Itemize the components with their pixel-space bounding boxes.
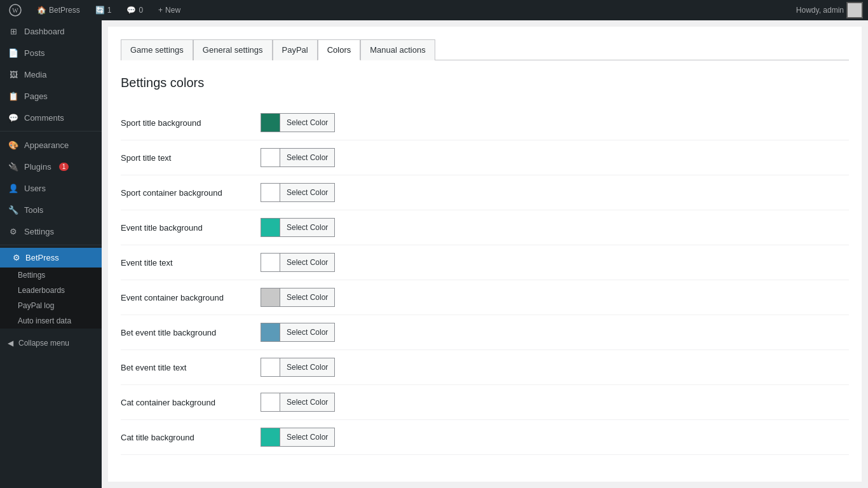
color-picker-sport-title-bg: Select Color	[261, 113, 335, 132]
select-color-btn-sport-title-text[interactable]: Select Color	[280, 148, 335, 167]
color-picker-event-title-text: Select Color	[261, 253, 335, 272]
color-label-event-title-bg: Event title background	[121, 223, 261, 233]
comments-item[interactable]: 💬 0	[123, 0, 147, 20]
color-row: Bet event title background Select Color	[121, 315, 849, 350]
updates-item[interactable]: 🔄 1	[92, 0, 116, 20]
color-swatch-cat-container-bg[interactable]	[261, 393, 280, 412]
color-swatch-sport-title-text[interactable]	[261, 148, 280, 167]
sidebar-item-comments[interactable]: 💬 Comments	[0, 107, 102, 128]
color-picker-sport-title-text: Select Color	[261, 148, 335, 167]
sidebar-sub-paypal-log[interactable]: PayPal log	[0, 298, 102, 313]
sidebar-item-label: Tools	[24, 205, 43, 215]
tabs-container: Game settings General settings PayPal Co…	[121, 39, 849, 60]
sidebar-item-pages[interactable]: 📋 Pages	[0, 85, 102, 107]
color-swatch-sport-title-bg[interactable]	[261, 113, 280, 132]
collapse-menu-item[interactable]: ◀ Collapse menu	[0, 334, 102, 353]
color-label-bet-event-title-bg: Bet event title background	[121, 328, 261, 337]
color-picker-bet-event-title-bg: Select Color	[261, 323, 335, 342]
sidebar-sub-auto-insert[interactable]: Auto insert data	[0, 313, 102, 329]
sidebar-item-label: Posts	[24, 48, 45, 58]
tab-manual-actions[interactable]: Manual actions	[360, 39, 435, 60]
color-label-sport-title-text: Sport title text	[121, 153, 261, 163]
select-color-btn-sport-container-bg[interactable]: Select Color	[280, 183, 335, 202]
color-swatch-cat-title-bg[interactable]	[261, 428, 280, 447]
sidebar-item-tools[interactable]: 🔧 Tools	[0, 199, 102, 220]
tab-colors[interactable]: Colors	[318, 39, 361, 60]
sidebar-item-media[interactable]: 🖼 Media	[0, 64, 102, 85]
color-row: Sport title text Select Color	[121, 140, 849, 175]
color-row: Sport container background Select Color	[121, 175, 849, 210]
sidebar-item-settings[interactable]: ⚙ Settings	[0, 220, 102, 242]
site-name: BetPress	[49, 6, 80, 15]
color-label-cat-container-bg: Cat container background	[121, 398, 261, 407]
sidebar-item-label: Users	[24, 184, 46, 193]
color-picker-sport-container-bg: Select Color	[261, 183, 335, 202]
wp-logo-item[interactable]: W	[5, 0, 25, 20]
betpress-submenu: Bettings Leaderboards PayPal log Auto in…	[0, 268, 102, 329]
sidebar-sub-leaderboards[interactable]: Leaderboards	[0, 283, 102, 298]
color-row: Cat container background Select Color	[121, 385, 849, 420]
page-title: Bettings colors	[121, 76, 849, 90]
tab-general-settings[interactable]: General settings	[193, 39, 273, 60]
color-picker-cat-title-bg: Select Color	[261, 428, 335, 447]
color-label-cat-title-bg: Cat title background	[121, 433, 261, 442]
new-item[interactable]: + New	[154, 0, 184, 20]
content-inner: Game settings General settings PayPal Co…	[108, 27, 862, 482]
color-picker-bet-event-title-text: Select Color	[261, 358, 335, 377]
sidebar-item-users[interactable]: 👤 Users	[0, 177, 102, 199]
color-row: Event title text Select Color	[121, 245, 849, 280]
sidebar-item-plugins[interactable]: 🔌 Plugins 1	[0, 156, 102, 177]
layout: ⊞ Dashboard 📄 Posts 🖼 Media 📋 Pages 💬 Co…	[0, 20, 868, 488]
media-icon: 🖼	[8, 69, 19, 80]
sidebar-item-label: Dashboard	[24, 27, 65, 36]
main-content: Game settings General settings PayPal Co…	[102, 20, 868, 488]
color-picker-event-title-bg: Select Color	[261, 218, 335, 237]
sidebar-sub-bettings[interactable]: Bettings	[0, 268, 102, 283]
color-swatch-event-title-bg[interactable]	[261, 218, 280, 237]
color-swatch-event-container-bg[interactable]	[261, 288, 280, 307]
select-color-btn-event-container-bg[interactable]: Select Color	[280, 288, 335, 307]
comments-sidebar-icon: 💬	[8, 112, 19, 123]
svg-text:W: W	[12, 7, 18, 14]
color-row: Event container background Select Color	[121, 280, 849, 315]
color-swatch-bet-event-title-bg[interactable]	[261, 323, 280, 342]
comments-count: 0	[139, 6, 143, 15]
sidebar-item-label: Media	[24, 70, 46, 79]
select-color-btn-cat-title-bg[interactable]: Select Color	[280, 428, 335, 447]
avatar[interactable]	[846, 2, 863, 18]
collapse-label: Collapse menu	[18, 339, 69, 348]
updates-icon: 🔄	[95, 6, 105, 15]
color-picker-cat-container-bg: Select Color	[261, 393, 335, 412]
betpress-menu-item[interactable]: ⚙ BetPress	[0, 248, 102, 268]
sidebar-item-posts[interactable]: 📄 Posts	[0, 42, 102, 64]
betpress-label-text: BetPress	[25, 253, 59, 262]
sidebar-menu: ⊞ Dashboard 📄 Posts 🖼 Media 📋 Pages 💬 Co…	[0, 20, 102, 128]
sidebar-item-label: Appearance	[24, 140, 69, 150]
tab-paypal[interactable]: PayPal	[273, 39, 318, 60]
posts-icon: 📄	[8, 47, 19, 58]
color-swatch-event-title-text[interactable]	[261, 253, 280, 272]
select-color-btn-bet-event-title-text[interactable]: Select Color	[280, 358, 335, 377]
color-swatch-bet-event-title-text[interactable]	[261, 358, 280, 377]
updates-count: 1	[107, 6, 112, 15]
select-color-btn-sport-title-bg[interactable]: Select Color	[280, 113, 335, 132]
sidebar-item-dashboard[interactable]: ⊞ Dashboard	[0, 20, 102, 42]
select-color-btn-bet-event-title-bg[interactable]: Select Color	[280, 323, 335, 342]
topbar: W 🏠 BetPress 🔄 1 💬 0 + New Howdy, admin	[0, 0, 868, 20]
topbar-right: Howdy, admin	[796, 2, 863, 18]
color-label-event-container-bg: Event container background	[121, 293, 261, 302]
color-label-event-title-text: Event title text	[121, 258, 261, 268]
select-color-btn-event-title-bg[interactable]: Select Color	[280, 218, 335, 237]
pages-icon: 📋	[8, 90, 19, 102]
howdy-text: Howdy, admin	[796, 6, 844, 15]
site-name-item[interactable]: 🏠 BetPress	[33, 0, 84, 20]
select-color-btn-cat-container-bg[interactable]: Select Color	[280, 393, 335, 412]
color-label-sport-container-bg: Sport container background	[121, 188, 261, 198]
topbar-left: W 🏠 BetPress 🔄 1 💬 0 + New	[5, 0, 184, 20]
color-swatch-sport-container-bg[interactable]	[261, 183, 280, 202]
sidebar-item-appearance[interactable]: 🎨 Appearance	[0, 134, 102, 156]
users-icon: 👤	[8, 182, 19, 194]
select-color-btn-event-title-text[interactable]: Select Color	[280, 253, 335, 272]
color-rows-container: Sport title background Select Color Spor…	[121, 105, 849, 455]
tab-game-settings[interactable]: Game settings	[121, 39, 193, 60]
